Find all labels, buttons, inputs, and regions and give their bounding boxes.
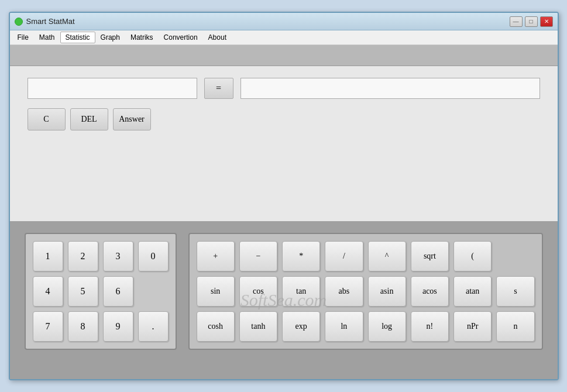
menu-item-math[interactable]: Math <box>34 32 60 43</box>
expression-input[interactable] <box>28 78 197 99</box>
func-atan[interactable]: atan <box>453 276 492 307</box>
window-icon <box>15 18 23 26</box>
func-npr[interactable]: nPr <box>453 311 492 342</box>
func-cosh[interactable]: cosh <box>197 311 235 342</box>
menu-bar: File Math Statistic Graph Matriks Conver… <box>10 30 558 45</box>
title-left: Smart StatMat <box>15 17 75 26</box>
func-plus[interactable]: + <box>197 241 235 271</box>
num-1[interactable]: 1 <box>33 241 63 271</box>
maximize-button[interactable]: □ <box>525 16 538 27</box>
func-log[interactable]: log <box>368 311 406 342</box>
func-cos[interactable]: cos <box>239 276 277 307</box>
menu-item-matriks[interactable]: Matriks <box>125 32 159 43</box>
func-sin[interactable]: sin <box>197 276 235 307</box>
result-input[interactable] <box>240 78 540 99</box>
menu-item-about[interactable]: About <box>203 32 232 43</box>
keypad-area: 1 2 3 0 4 5 6 7 8 9 . + − * / ^ <box>10 221 558 379</box>
main-window: Smart StatMat — □ ✕ File Math Statistic … <box>9 12 559 380</box>
input-row: = <box>28 78 540 99</box>
num-3[interactable]: 3 <box>103 241 133 271</box>
toolbar-area <box>10 45 558 66</box>
num-4[interactable]: 4 <box>33 276 63 307</box>
menu-item-file[interactable]: File <box>12 32 34 43</box>
close-button[interactable]: ✕ <box>540 16 553 27</box>
func-tanh[interactable]: tanh <box>239 311 277 342</box>
func-n[interactable]: n <box>496 311 534 342</box>
func-acos[interactable]: acos <box>411 276 449 307</box>
num-8[interactable]: 8 <box>68 311 98 342</box>
num-pad: 1 2 3 0 4 5 6 7 8 9 . <box>25 233 177 350</box>
func-abs[interactable]: abs <box>325 276 363 307</box>
minimize-button[interactable]: — <box>510 16 523 27</box>
window-title: Smart StatMat <box>26 17 75 26</box>
func-divide[interactable]: / <box>325 241 363 271</box>
num-2[interactable]: 2 <box>68 241 98 271</box>
num-dot[interactable]: . <box>138 311 169 342</box>
answer-button[interactable]: Answer <box>113 108 151 130</box>
func-power[interactable]: ^ <box>368 241 406 271</box>
menu-item-statistic[interactable]: Statistic <box>60 32 95 43</box>
func-multiply[interactable]: * <box>282 241 320 271</box>
menu-item-graph[interactable]: Graph <box>95 32 125 43</box>
func-tan[interactable]: tan <box>282 276 320 307</box>
equals-button[interactable]: = <box>204 78 233 99</box>
num-9[interactable]: 9 <box>103 311 133 342</box>
num-0[interactable]: 0 <box>138 241 169 271</box>
func-lparen[interactable]: ( <box>453 241 492 271</box>
menu-item-convertion[interactable]: Convertion <box>159 32 203 43</box>
func-factorial[interactable]: n! <box>411 311 449 342</box>
num-7[interactable]: 7 <box>33 311 63 342</box>
func-minus[interactable]: − <box>239 241 277 271</box>
delete-button[interactable]: DEL <box>70 108 108 130</box>
func-asin[interactable]: asin <box>368 276 406 307</box>
func-s[interactable]: s <box>496 276 534 307</box>
clear-button[interactable]: C <box>28 108 66 130</box>
title-controls: — □ ✕ <box>510 16 553 27</box>
title-bar: Smart StatMat — □ ✕ <box>10 13 558 30</box>
num-6[interactable]: 6 <box>103 276 133 307</box>
action-row: C DEL Answer <box>28 108 540 130</box>
keypad-wrapper: 1 2 3 0 4 5 6 7 8 9 . + − * / ^ <box>25 233 543 367</box>
func-pad: + − * / ^ sqrt ( sin cos tan abs asin ac… <box>188 233 543 350</box>
func-exp[interactable]: exp <box>282 311 320 342</box>
main-area: = C DEL Answer <box>10 66 558 221</box>
num-5[interactable]: 5 <box>68 276 98 307</box>
func-sqrt[interactable]: sqrt <box>411 241 449 271</box>
func-ln[interactable]: ln <box>325 311 363 342</box>
